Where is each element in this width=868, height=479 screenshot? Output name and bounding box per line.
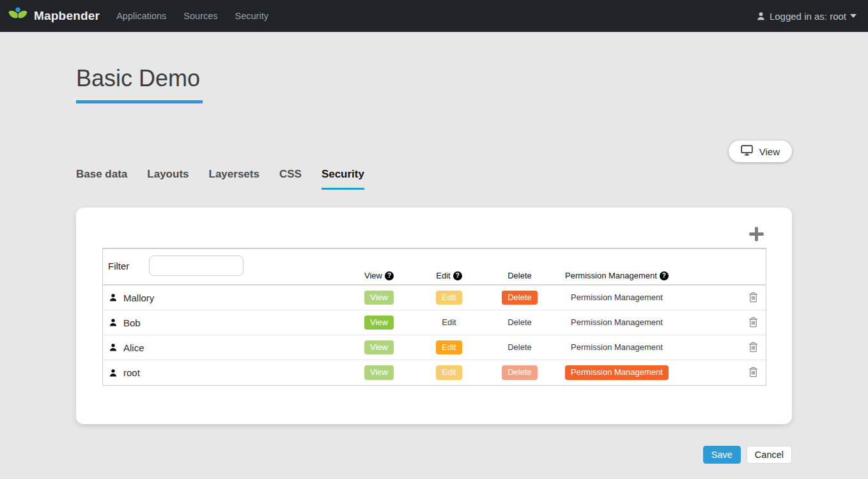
subject-name-cell: root xyxy=(103,367,344,378)
view-permission-cell: View xyxy=(344,291,414,305)
column-header-label: Edit xyxy=(436,271,450,280)
nav-item-sources[interactable]: Sources xyxy=(183,11,217,21)
subject-name-cell: Alice xyxy=(103,342,344,353)
view-permission-toggle[interactable]: View xyxy=(364,340,394,355)
question-icon[interactable]: ? xyxy=(660,271,669,280)
trash-icon xyxy=(748,342,758,353)
table-row: Mallory View Edit Delete Permission Mana… xyxy=(103,285,766,310)
permissions-table: Filter View ? Edit ? xyxy=(102,248,766,386)
permission-management-toggle[interactable]: Permission Management xyxy=(565,340,669,355)
edit-permission-cell: Edit xyxy=(414,316,484,330)
column-header-delete: Delete ? xyxy=(484,271,555,280)
edit-permission-toggle[interactable]: Edit xyxy=(436,340,461,355)
remove-row-button[interactable] xyxy=(747,340,759,354)
delete-permission-cell: Delete xyxy=(484,316,555,330)
column-header-label: Delete xyxy=(508,271,532,280)
filter-input[interactable] xyxy=(149,255,244,276)
remove-row-button[interactable] xyxy=(747,291,759,304)
delete-permission-toggle[interactable]: Delete xyxy=(502,365,538,380)
cancel-button[interactable]: Cancel xyxy=(747,446,792,464)
remove-row-button[interactable] xyxy=(747,316,759,329)
user-menu[interactable]: Logged in as: root xyxy=(756,11,856,22)
main-nav: Applications Sources Security xyxy=(116,11,268,21)
main-content: Basic Demo View Base data Layouts Layers… xyxy=(0,65,868,478)
tab-layouts[interactable]: Layouts xyxy=(147,168,189,190)
tab-security[interactable]: Security xyxy=(322,168,364,190)
row-delete-cell xyxy=(740,340,766,355)
delete-permission-cell: Delete xyxy=(484,291,555,305)
chevron-down-icon xyxy=(850,14,856,18)
title-underline xyxy=(76,100,203,103)
nav-item-security[interactable]: Security xyxy=(235,11,268,21)
delete-permission-toggle[interactable]: Delete xyxy=(502,291,538,305)
footer-actions: Save Cancel xyxy=(76,446,792,478)
mapbender-logo-icon xyxy=(8,6,28,26)
view-permission-toggle[interactable]: View xyxy=(364,365,394,380)
table-row: root View Edit Delete Permission Managem… xyxy=(103,360,766,385)
add-permission-button[interactable] xyxy=(747,224,766,244)
question-icon[interactable]: ? xyxy=(385,271,394,280)
trash-icon xyxy=(748,292,758,303)
security-card: Filter View ? Edit ? xyxy=(76,208,792,424)
brand-name: Mapbender xyxy=(34,9,100,23)
column-header-view: View ? xyxy=(344,271,414,280)
column-header-permission-management: Permission Management ? xyxy=(555,271,678,280)
view-permission-toggle[interactable]: View xyxy=(364,316,394,330)
plus-icon xyxy=(748,235,765,245)
question-icon[interactable]: ? xyxy=(453,271,462,280)
row-delete-cell xyxy=(740,291,766,305)
save-button[interactable]: Save xyxy=(703,446,741,464)
trash-icon xyxy=(748,367,758,377)
edit-permission-toggle[interactable]: Edit xyxy=(436,365,461,380)
tab-css[interactable]: CSS xyxy=(279,168,302,190)
table-row: Alice View Edit Delete Permission Manage… xyxy=(103,335,766,360)
view-button-label: View xyxy=(759,146,780,157)
top-navbar: Mapbender Applications Sources Security … xyxy=(0,0,868,32)
pm-permission-cell: Permission Management xyxy=(555,316,678,330)
subject-name: Mallory xyxy=(123,293,154,303)
remove-row-button[interactable] xyxy=(747,365,759,379)
pm-permission-cell: Permission Management xyxy=(555,365,678,380)
user-icon xyxy=(109,343,118,352)
pm-permission-cell: Permission Management xyxy=(555,291,678,305)
pm-permission-cell: Permission Management xyxy=(555,340,678,355)
application-tabs: Base data Layouts Layersets CSS Security xyxy=(76,168,792,190)
row-delete-cell xyxy=(740,316,766,330)
delete-permission-toggle[interactable]: Delete xyxy=(502,316,538,330)
delete-permission-cell: Delete xyxy=(484,340,555,355)
permission-management-toggle[interactable]: Permission Management xyxy=(565,365,669,380)
view-permission-cell: View xyxy=(344,340,414,355)
add-row xyxy=(102,224,766,244)
edit-permission-toggle[interactable]: Edit xyxy=(436,291,461,305)
user-icon xyxy=(756,11,766,21)
row-delete-cell xyxy=(740,365,766,380)
column-header-label: View xyxy=(364,271,382,280)
table-row: Bob View Edit Delete Permission Manageme… xyxy=(103,310,766,335)
permission-management-toggle[interactable]: Permission Management xyxy=(565,291,669,305)
view-permission-cell: View xyxy=(344,316,414,330)
tab-base-data[interactable]: Base data xyxy=(76,168,127,190)
brand-link[interactable]: Mapbender xyxy=(8,6,100,26)
edit-permission-toggle[interactable]: Edit xyxy=(436,316,461,330)
monitor-icon xyxy=(741,145,753,158)
subject-name: root xyxy=(123,367,140,378)
column-header-edit: Edit ? xyxy=(414,271,484,280)
subject-name-cell: Bob xyxy=(103,317,344,328)
view-application-button[interactable]: View xyxy=(729,141,792,162)
tab-layersets[interactable]: Layersets xyxy=(209,168,260,190)
subject-name: Bob xyxy=(123,317,141,328)
nav-item-applications[interactable]: Applications xyxy=(116,11,166,21)
view-button-row: View xyxy=(76,141,792,162)
delete-permission-cell: Delete xyxy=(484,365,555,380)
view-permission-toggle[interactable]: View xyxy=(364,291,394,305)
permission-management-toggle[interactable]: Permission Management xyxy=(565,316,669,330)
subject-name-cell: Mallory xyxy=(103,293,344,303)
column-header-label: Permission Management xyxy=(565,271,657,280)
user-menu-label: Logged in as: root xyxy=(770,11,846,22)
edit-permission-cell: Edit xyxy=(414,365,484,380)
user-icon xyxy=(109,293,118,302)
view-permission-cell: View xyxy=(344,365,414,380)
delete-permission-toggle[interactable]: Delete xyxy=(502,340,538,355)
page-title: Basic Demo xyxy=(76,65,792,92)
permissions-table-header: Filter View ? Edit ? xyxy=(103,249,766,285)
